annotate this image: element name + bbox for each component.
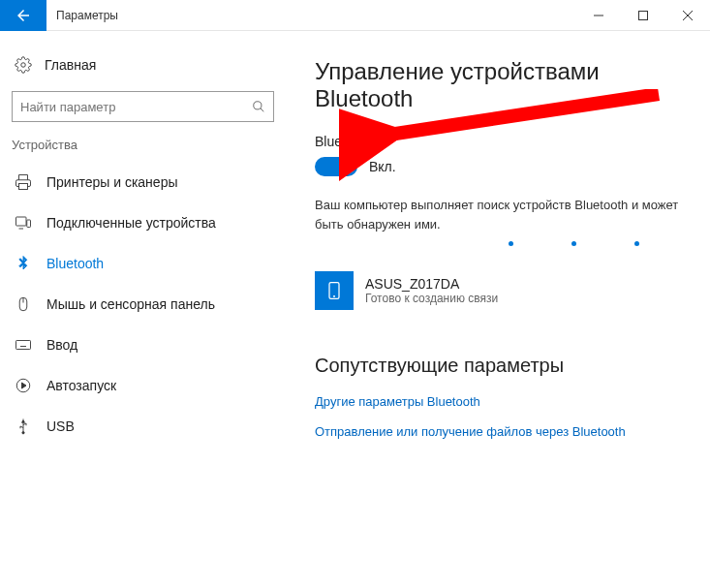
- searching-dots: [315, 241, 691, 246]
- device-name: ASUS_Z017DA: [365, 276, 498, 292]
- sidebar-item-label: Bluetooth: [46, 256, 104, 271]
- svg-rect-1: [639, 11, 648, 19]
- back-button[interactable]: [0, 0, 46, 31]
- sidebar-item-autoplay[interactable]: Автозапуск: [0, 365, 286, 406]
- titlebar: Параметры: [0, 0, 710, 31]
- sidebar-home-label: Главная: [45, 57, 96, 73]
- usb-icon: [12, 418, 35, 435]
- sidebar-item-printers[interactable]: Принтеры и сканеры: [0, 162, 286, 202]
- link-send-receive-files[interactable]: Отправление или получение файлов через B…: [315, 424, 691, 439]
- svg-line-6: [261, 108, 264, 112]
- sidebar-item-connected[interactable]: Подключенные устройства: [0, 202, 286, 243]
- sidebar-item-typing[interactable]: Ввод: [0, 325, 286, 365]
- search-icon: [252, 100, 265, 113]
- sidebar-home[interactable]: Главная: [0, 48, 286, 81]
- device-status: Готово к созданию связи: [365, 292, 498, 305]
- sidebar: Главная Устройства Принтеры и сканеры По…: [0, 31, 286, 588]
- related-heading: Сопутствующие параметры: [315, 355, 691, 377]
- bluetooth-toggle[interactable]: [315, 157, 357, 176]
- maximize-icon: [638, 11, 648, 20]
- sidebar-item-label: USB: [46, 418, 75, 434]
- content-pane: Управление устройствами Bluetooth Blueto…: [286, 31, 710, 588]
- window-title: Параметры: [46, 9, 576, 22]
- toggle-knob: [341, 160, 355, 173]
- bluetooth-icon: [12, 255, 35, 272]
- svg-point-5: [254, 102, 262, 109]
- svg-rect-9: [27, 220, 31, 228]
- bluetooth-label: Bluetooth: [315, 134, 691, 149]
- page-title: Управление устройствами Bluetooth: [315, 58, 691, 112]
- sidebar-section-label: Устройства: [0, 138, 286, 162]
- sidebar-item-label: Принтеры и сканеры: [46, 174, 177, 190]
- phone-icon: [315, 271, 354, 310]
- sidebar-item-label: Ввод: [46, 337, 77, 353]
- discovery-status-text: Ваш компьютер выполняет поиск устройств …: [315, 196, 691, 233]
- close-icon: [683, 11, 693, 20]
- svg-rect-7: [19, 184, 28, 190]
- svg-rect-13: [16, 341, 31, 350]
- printer-icon: [12, 173, 35, 191]
- maximize-button[interactable]: [621, 0, 665, 31]
- keyboard-icon: [12, 336, 35, 354]
- svg-point-21: [22, 432, 24, 434]
- link-more-bt-settings[interactable]: Другие параметры Bluetooth: [315, 394, 691, 409]
- arrow-left-icon: [15, 7, 32, 24]
- svg-rect-8: [16, 217, 27, 226]
- toggle-state-label: Вкл.: [369, 159, 396, 174]
- search-box[interactable]: [12, 91, 274, 122]
- sidebar-item-mouse[interactable]: Мышь и сенсорная панель: [0, 284, 286, 325]
- sidebar-item-label: Автозапуск: [46, 378, 116, 393]
- svg-marker-20: [22, 383, 27, 388]
- window-controls: [576, 0, 710, 31]
- svg-point-4: [21, 63, 26, 68]
- sidebar-item-bluetooth[interactable]: Bluetooth: [0, 243, 286, 284]
- minimize-button[interactable]: [576, 0, 621, 31]
- search-input[interactable]: [20, 100, 241, 114]
- sidebar-item-usb[interactable]: USB: [0, 406, 286, 447]
- close-button[interactable]: [665, 0, 710, 31]
- mouse-icon: [12, 295, 35, 313]
- devices-icon: [12, 214, 35, 232]
- gear-icon: [12, 56, 35, 74]
- sidebar-item-label: Мышь и сенсорная панель: [46, 296, 215, 312]
- minimize-icon: [594, 11, 603, 20]
- bluetooth-device-item[interactable]: ASUS_Z017DA Готово к созданию связи: [315, 265, 691, 316]
- sidebar-item-label: Подключенные устройства: [46, 215, 216, 231]
- autoplay-icon: [12, 377, 35, 394]
